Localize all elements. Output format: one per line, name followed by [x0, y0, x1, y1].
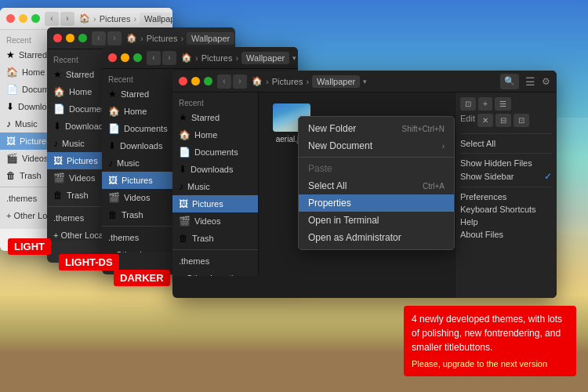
rp-show-sidebar[interactable]: Show Sidebar ✓: [460, 169, 552, 183]
menu-icon-win4[interactable]: ☰: [525, 75, 535, 88]
rp-copy-btn[interactable]: ⊟: [495, 114, 511, 127]
breadcrumb-wallpaper-win1[interactable]: Wallpaper: [140, 13, 172, 25]
titlebar-win4: ‹ › 🏠 › Pictures › Wallpaper ▾ 🔍 ☰ ⚙: [172, 71, 557, 93]
maximize-button-win4[interactable]: [204, 77, 212, 85]
breadcrumb-home-win2[interactable]: 🏠: [126, 33, 137, 43]
breadcrumb-win1: 🏠 › Pictures › Wallpaper ▾: [79, 13, 172, 25]
info-box: 4 newly developed themes, with lots of p…: [404, 306, 576, 377]
breadcrumb-pictures-win3[interactable]: Pictures: [201, 53, 233, 63]
close-button-win1[interactable]: [6, 14, 15, 23]
titlebar-win2: ‹ › 🏠 › Pictures › Wallpaper ▾ ☰ ⚙: [47, 27, 235, 49]
breadcrumb-win3: 🏠 › Pictures › Wallpaper ▾: [181, 52, 296, 64]
minimize-button-win3[interactable]: [121, 53, 129, 62]
titlebar-win1: ‹ › 🏠 › Pictures › Wallpaper ▾ ☰ ⚙: [0, 8, 172, 30]
breadcrumb-home-win3[interactable]: 🏠: [181, 53, 192, 63]
sidebar-item-videos-win4[interactable]: 🎬 Videos: [172, 212, 258, 230]
info-box-main-text: 4 newly developed themes, with lots of p…: [412, 314, 562, 353]
rp-about[interactable]: About Files: [460, 228, 552, 241]
breadcrumb-pictures-win4[interactable]: Pictures: [272, 77, 303, 86]
nav-buttons-win2: ‹ ›: [92, 31, 122, 45]
sidebar-item-themes-win4[interactable]: .themes: [172, 252, 258, 270]
rp-cut-btn[interactable]: ✕: [477, 114, 493, 127]
back-button-win1[interactable]: ‹: [45, 12, 59, 26]
breadcrumb-wallpaper-win3[interactable]: Wallpaper: [241, 52, 289, 64]
back-button-win4[interactable]: ‹: [217, 74, 231, 89]
file-area-win4: aerial.jpg New Folder Shift+Ctrl+N New D…: [259, 93, 455, 298]
ctx-paste[interactable]: Paste: [299, 160, 454, 177]
ctx-open-terminal[interactable]: Open in Terminal: [299, 212, 454, 229]
theme-label-darker: DARKER: [114, 270, 170, 286]
back-button-win3[interactable]: ‹: [147, 51, 161, 65]
breadcrumb-win2: 🏠 › Pictures › Wallpaper ▾: [126, 32, 235, 45]
sidebar-item-downloads-win4[interactable]: ⬇ Downloads: [172, 161, 258, 178]
ctx-properties[interactable]: Properties: [299, 194, 454, 212]
rp-edit-label: Edit: [460, 114, 475, 125]
main-content-win4: Recent ★ Starred 🏠 Home 📄 Documents ⬇ Do…: [172, 93, 557, 298]
rp-help[interactable]: Help: [460, 216, 552, 228]
ctx-new-document[interactable]: New Document ›: [299, 137, 454, 154]
sidebar-section-win4: Recent ★ Starred 🏠 Home 📄 Documents ⬇ Do…: [172, 93, 258, 276]
rp-preferences[interactable]: Preferences: [460, 191, 552, 203]
context-menu-win4: New Folder Shift+Ctrl+N New Document › P…: [298, 116, 455, 250]
traffic-lights-win4: [179, 77, 212, 85]
ctx-select-all[interactable]: Select All Ctrl+A: [299, 177, 454, 194]
close-button-win4[interactable]: [179, 77, 187, 85]
gear-icon-win4[interactable]: ⚙: [542, 76, 550, 87]
breadcrumb-home-win4[interactable]: 🏠: [252, 76, 263, 86]
sidebar-win4: Recent ★ Starred 🏠 Home 📄 Documents ⬇ Do…: [172, 93, 259, 276]
traffic-lights-win2: [53, 34, 87, 42]
ctx-open-admin[interactable]: Open as Administrator: [299, 229, 454, 246]
forward-button-win1[interactable]: ›: [60, 12, 74, 26]
forward-button-win4[interactable]: ›: [233, 74, 247, 89]
theme-label-light: LIGHT: [8, 238, 51, 255]
rp-paste-btn[interactable]: ⊡: [514, 114, 529, 127]
sidebar-item-starred-win4[interactable]: ★ Starred: [172, 109, 258, 126]
nav-buttons-win1: ‹ ›: [45, 12, 74, 26]
breadcrumb-home-win1[interactable]: 🏠: [79, 13, 90, 24]
sidebar-item-documents-win4[interactable]: 📄 Documents: [172, 143, 258, 161]
rp-list-btn[interactable]: ☰: [495, 97, 511, 111]
sidebar-item-music-win4[interactable]: ♪ Music: [172, 178, 258, 195]
traffic-lights-win3: [108, 53, 142, 62]
rp-add-btn[interactable]: +: [478, 97, 492, 111]
theme-label-light-ds: LIGHT-DS: [59, 254, 119, 270]
breadcrumb-pictures-win2[interactable]: Pictures: [147, 34, 178, 43]
rp-new-tab-btn[interactable]: ⊡: [460, 97, 476, 111]
maximize-button-win1[interactable]: [31, 14, 40, 23]
maximize-button-win2[interactable]: [78, 34, 87, 42]
forward-button-win2[interactable]: ›: [107, 31, 122, 45]
nav-buttons-win4: ‹ ›: [217, 74, 247, 89]
breadcrumb-win4: 🏠 › Pictures › Wallpaper ▾: [252, 75, 495, 88]
forward-button-win3[interactable]: ›: [162, 51, 176, 65]
sidebar-item-other-win4[interactable]: + Other Locations: [172, 270, 253, 276]
rp-show-hidden[interactable]: Show Hidden Files: [460, 157, 552, 169]
close-button-win2[interactable]: [53, 34, 62, 42]
titlebar-win3: ‹ › 🏠 › Pictures › Wallpaper ▾ ☰ ⚙: [102, 47, 298, 69]
minimize-button-win2[interactable]: [66, 34, 74, 42]
minimize-button-win1[interactable]: [19, 14, 27, 23]
sidebar-item-trash-win4[interactable]: 🗑 Trash: [172, 230, 258, 247]
window-dark: ‹ › 🏠 › Pictures › Wallpaper ▾ 🔍 ☰ ⚙ Rec…: [172, 71, 557, 298]
back-button-win2[interactable]: ‹: [92, 31, 106, 45]
sidebar-item-pictures-win4[interactable]: 🖼 Pictures: [172, 195, 258, 212]
breadcrumb-wallpaper-win2[interactable]: Wallpaper: [187, 32, 234, 45]
rp-select-all[interactable]: Select All: [460, 137, 552, 150]
sidebar-item-home-win4[interactable]: 🏠 Home: [172, 126, 258, 143]
close-button-win3[interactable]: [108, 53, 117, 62]
rp-keyboard-shortcuts[interactable]: Keyboard Shortcuts: [460, 203, 552, 216]
nav-buttons-win3: ‹ ›: [147, 51, 176, 65]
breadcrumb-pictures-win1[interactable]: Pictures: [100, 14, 131, 24]
traffic-lights-win1: [6, 14, 40, 23]
breadcrumb-wallpaper-win4[interactable]: Wallpaper: [312, 75, 360, 88]
maximize-button-win3[interactable]: [133, 53, 142, 62]
ctx-new-folder[interactable]: New Folder Shift+Ctrl+N: [299, 120, 454, 137]
search-button-win4[interactable]: 🔍: [500, 74, 519, 89]
info-box-sub-text: Please, upgrade to the next version: [412, 358, 568, 371]
sidebar-item-other-win3[interactable]: + Other Loca…: [102, 246, 173, 252]
right-panel-win4: ⊡ + ☰ Edit ✕ ⊟ ⊡ Select All Show Hidden …: [455, 93, 557, 298]
rp-toolbar: ⊡ + ☰ Edit ✕ ⊟ ⊡: [460, 97, 552, 127]
minimize-button-win4[interactable]: [191, 77, 200, 85]
